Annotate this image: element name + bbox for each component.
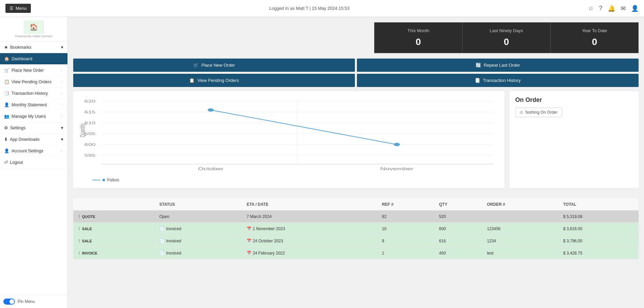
pin-menu-toggle[interactable] [3,299,15,305]
repeat-last-order-button[interactable]: 🔄 Repeat Last Order [357,59,639,72]
warning-icon: ⚠ [520,110,523,115]
help-icon[interactable]: ? [599,5,602,12]
svg-text:November: November [380,167,414,171]
svg-text:615: 615 [84,110,96,114]
layout: 🏠 Powered By Pallet Connect ★ Bookmarks … [0,17,644,308]
stat-title-last-ninety: Last Ninety Days [471,28,542,33]
type-badge: ⋮ QUOTE [77,215,95,219]
sidebar-item-manage-users[interactable]: 👥 Manage My Users ☆ [0,111,67,122]
svg-point-19 [394,143,400,146]
sidebar-item-dashboard[interactable]: 🏠 Dashboard [0,53,67,65]
stat-value-last-ninety: 0 [471,37,542,47]
row-eta: 📅24 October 2023 [243,235,378,247]
menu-button[interactable]: ☰ Menu [5,4,31,13]
hamburger-icon: ☰ [9,6,14,11]
sidebar-item-account-settings[interactable]: 👤 Account Settings ☆ [0,145,67,157]
row-order-num: test [483,247,559,259]
stat-card-this-month: This Month 0 [374,22,462,53]
chart-legend: Pallets [79,178,499,182]
place-new-order-button[interactable]: 🛒 Place New Order [73,59,355,72]
stat-card-last-ninety: Last Ninety Days 0 [462,22,550,53]
chart-container: 620 615 610 605 600 595 Quantity [79,96,499,174]
chart-area: 620 615 610 605 600 595 Quantity [73,91,504,188]
pending-icon: 📋 [4,79,9,84]
users-icon: 👥 [4,114,9,119]
statement-icon: 👤 [4,102,9,107]
table-row[interactable]: ⋮ SALE 📄Invoiced 📅1 November 2023 10 600… [73,223,639,235]
table-row[interactable]: ⋮ QUOTE Open 7 March 2024 82 520 $ 5,319… [73,211,639,223]
col-ref: REF # [378,199,435,211]
row-eta: 📅1 November 2023 [243,223,378,235]
sidebar-item-logout[interactable]: ⏎ Logout [0,157,67,168]
arrow-icon-3: ▾ [61,137,63,142]
toggle-knob [9,299,14,304]
doc-icon: 📄 [159,238,165,243]
view-pending-orders-label: View Pending Orders [197,78,239,83]
powered-by-text: Powered By Pallet Connect [3,35,64,38]
cal-icon: 📅 [247,251,251,255]
pending-icon-btn: 📋 [189,78,195,83]
row-ref: 10 [378,223,435,235]
sidebar-item-app-downloads[interactable]: ⬇ App Downloads ▾ [0,134,67,145]
row-total: $ 3,428.75 [559,247,639,259]
col-status [73,199,155,211]
star-icon[interactable]: ☆ [588,5,593,12]
doc-icon: 📄 [159,226,165,231]
star-pin-icon-2: ☆ [60,80,63,84]
cal-icon: 📅 [247,226,251,231]
sidebar-label-view-pending: View Pending Orders [12,80,52,84]
table-row[interactable]: ⋮ INVOICE 📄Invoiced 📅24 February 2022 1 … [73,247,639,259]
orders-table: STATUS ETA / DATE REF # QTY ORDER # TOTA… [73,199,639,259]
repeat-last-order-label: Repeat Last Order [484,63,520,68]
type-badge: ⋮ SALE [77,239,92,243]
on-order-title: On Order [515,96,633,104]
row-status: Open [155,211,243,223]
sidebar-item-place-new-order[interactable]: 🛒 Place New Order ☆ [0,65,67,76]
action-buttons-row: 🛒 Place New Order 🔄 Repeat Last Order 📋 … [73,59,639,87]
nothing-on-order-label: Nothing On Order [525,110,558,115]
sidebar-item-settings[interactable]: ⚙ Settings ▾ [0,122,67,134]
download-icon: ⬇ [4,137,8,142]
row-total: $ 3,796.00 [559,235,639,247]
repeat-icon-btn: 🔄 [476,63,481,68]
row-qty: 600 [435,223,483,235]
sidebar-label-dashboard: Dashboard [12,57,32,61]
view-pending-orders-button[interactable]: 📋 View Pending Orders [73,74,355,87]
col-qty: QTY [435,199,483,211]
legend-dot [102,179,105,181]
stats-row: This Month 0 Last Ninety Days 0 Year To … [73,22,639,53]
sidebar-item-monthly-statement[interactable]: 👤 Monthly Statement ☆ [0,99,67,111]
pin-menu-container: Pin Menu [0,295,67,308]
transaction-history-button[interactable]: 📑 Transaction History [357,74,639,87]
row-qty: 520 [435,211,483,223]
sidebar-item-bookmarks[interactable]: ★ Bookmarks ▾ [0,42,67,53]
user-icon[interactable]: 👤 [631,5,639,12]
sidebar-item-view-pending-orders[interactable]: 📋 View Pending Orders ☆ [0,76,67,88]
stat-title-this-month: This Month [383,28,454,33]
on-order-panel: On Order ⚠ Nothing On Order [510,91,639,188]
svg-text:605: 605 [84,132,96,136]
star-pin-icon-5: ☆ [60,114,63,118]
sidebar-item-transaction-history[interactable]: 📑 Transaction History ☆ [0,88,67,99]
transaction-icon: 📑 [4,91,9,96]
row-total: $ 3,816.00 [559,223,639,235]
pin-menu-label: Pin Menu [18,299,35,304]
row-type: ⋮ INVOICE [73,247,155,259]
row-eta: 7 March 2024 [243,211,378,223]
table-header: STATUS ETA / DATE REF # QTY ORDER # TOTA… [73,199,639,211]
main-grid: 620 615 610 605 600 595 Quantity [73,91,639,259]
row-type: ⋮ SALE [73,223,155,235]
row-ref: 1 [378,247,435,259]
top-bar-icons: ☆ ? 🔔 ✉ 👤 [588,5,639,12]
svg-text:600: 600 [84,142,96,147]
row-ref: 9 [378,235,435,247]
data-table: STATUS ETA / DATE REF # QTY ORDER # TOTA… [73,199,639,259]
bell-icon[interactable]: 🔔 [608,5,615,12]
mail-icon[interactable]: ✉ [621,5,626,12]
sidebar-label-monthly: Monthly Statement [12,103,47,107]
table-row[interactable]: ⋮ SALE 📄Invoiced 📅24 October 2023 9 616 … [73,235,639,247]
sidebar-label-transaction: Transaction History [12,91,48,96]
main-content: This Month 0 Last Ninety Days 0 Year To … [68,17,644,308]
sidebar-label-logout: Logout [10,160,23,165]
top-bar: ☰ Menu Logged In as Matt T | 15 May 2024… [0,0,644,17]
